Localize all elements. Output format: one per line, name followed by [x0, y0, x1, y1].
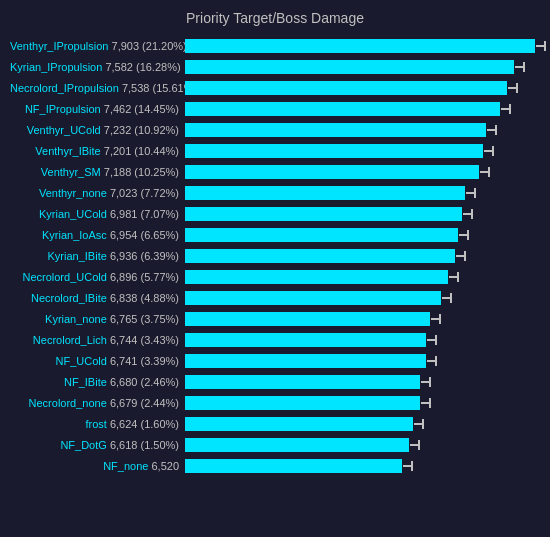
- bar-row: Venthyr_SM 7,188 (10.25%): [10, 162, 540, 181]
- row-label: Kyrian_IoAsc 6,954 (6.65%): [10, 229, 185, 241]
- error-tick: [464, 251, 466, 261]
- error-line: [508, 87, 516, 89]
- row-label: Venthyr_none 7,023 (7.72%): [10, 187, 185, 199]
- row-name: Kyrian_IoAsc: [42, 229, 110, 241]
- row-value: 6,624 (1.60%): [110, 418, 179, 430]
- bar-row: NF_IBite 6,680 (2.46%): [10, 372, 540, 391]
- row-name: Kyrian_UCold: [39, 208, 110, 220]
- bar-row: NF_none 6,520: [10, 456, 540, 475]
- bar-error: [456, 251, 466, 261]
- bar-section: [185, 206, 540, 222]
- row-name: Kyrian_IPropulsion: [10, 61, 105, 73]
- error-tick: [439, 314, 441, 324]
- bars-container: Venthyr_IPropulsion 7,903 (21.20%)Kyrian…: [10, 36, 540, 475]
- bar-row: frost 6,624 (1.60%): [10, 414, 540, 433]
- row-label: NF_UCold 6,741 (3.39%): [10, 355, 185, 367]
- error-tick: [544, 41, 546, 51]
- row-name: NF_none: [103, 460, 151, 472]
- chart-title: Priority Target/Boss Damage: [10, 10, 540, 26]
- bar-row: Kyrian_none 6,765 (3.75%): [10, 309, 540, 328]
- bar-row: Kyrian_IoAsc 6,954 (6.65%): [10, 225, 540, 244]
- bar-row: Kyrian_IBite 6,936 (6.39%): [10, 246, 540, 265]
- error-tick: [429, 398, 431, 408]
- error-line: [480, 171, 488, 173]
- row-label: NF_none 6,520: [10, 460, 185, 472]
- bar-row: Necrolord_IPropulsion 7,538 (15.61%): [10, 78, 540, 97]
- error-line: [463, 213, 471, 215]
- bar-error: [515, 62, 525, 72]
- bar-section: [185, 59, 540, 75]
- bar-error: [459, 230, 469, 240]
- bar-section: [185, 311, 540, 327]
- row-name: Necrolord_UCold: [22, 271, 109, 283]
- bar-fill: [185, 102, 500, 116]
- error-line: [484, 150, 492, 152]
- row-name: Necrolord_none: [29, 397, 110, 409]
- row-label: Venthyr_IPropulsion 7,903 (21.20%): [10, 40, 185, 52]
- bar-fill: [185, 396, 420, 410]
- bar-fill: [185, 312, 430, 326]
- bar-section: [185, 101, 540, 117]
- bar-section: [185, 227, 540, 243]
- bar-section: [185, 458, 540, 474]
- row-label: NF_IBite 6,680 (2.46%): [10, 376, 185, 388]
- error-line: [459, 234, 467, 236]
- error-tick: [422, 419, 424, 429]
- bar-fill: [185, 333, 426, 347]
- row-name: Venthyr_SM: [41, 166, 104, 178]
- row-name: Necrolord_Lich: [33, 334, 110, 346]
- bar-row: Necrolord_UCold 6,896 (5.77%): [10, 267, 540, 286]
- error-line: [427, 360, 435, 362]
- bar-fill: [185, 39, 535, 53]
- error-tick: [435, 335, 437, 345]
- row-label: NF_DotG 6,618 (1.50%): [10, 439, 185, 451]
- bar-section: [185, 248, 540, 264]
- bar-error: [421, 377, 431, 387]
- bar-row: Venthyr_IBite 7,201 (10.44%): [10, 141, 540, 160]
- bar-section: [185, 80, 540, 96]
- row-value: 7,462 (14.45%): [104, 103, 179, 115]
- row-value: 6,679 (2.44%): [110, 397, 179, 409]
- row-name: Venthyr_IPropulsion: [10, 40, 112, 52]
- row-name: Venthyr_UCold: [27, 124, 104, 136]
- bar-error: [442, 293, 452, 303]
- bar-fill: [185, 186, 465, 200]
- row-label: Kyrian_IBite 6,936 (6.39%): [10, 250, 185, 262]
- row-label: Kyrian_UCold 6,981 (7.07%): [10, 208, 185, 220]
- row-name: Necrolord_IBite: [31, 292, 110, 304]
- error-tick: [418, 440, 420, 450]
- row-label: Necrolord_IBite 6,838 (4.88%): [10, 292, 185, 304]
- bar-section: [185, 269, 540, 285]
- bar-row: Necrolord_IBite 6,838 (4.88%): [10, 288, 540, 307]
- bar-error: [449, 272, 459, 282]
- bar-error: [536, 41, 546, 51]
- error-tick: [495, 125, 497, 135]
- row-label: Necrolord_UCold 6,896 (5.77%): [10, 271, 185, 283]
- row-name: NF_UCold: [55, 355, 109, 367]
- error-line: [466, 192, 474, 194]
- bar-error: [501, 104, 511, 114]
- bar-fill: [185, 438, 409, 452]
- error-tick: [457, 272, 459, 282]
- bar-error: [484, 146, 494, 156]
- bar-fill: [185, 375, 420, 389]
- row-name: Venthyr_none: [39, 187, 110, 199]
- row-value: 6,520: [151, 460, 179, 472]
- row-name: frost: [85, 418, 109, 430]
- bar-fill: [185, 354, 426, 368]
- row-name: NF_IPropulsion: [25, 103, 104, 115]
- row-name: Necrolord_IPropulsion: [10, 82, 122, 94]
- bar-section: [185, 332, 540, 348]
- row-value: 7,232 (10.92%): [104, 124, 179, 136]
- row-label: Necrolord_none 6,679 (2.44%): [10, 397, 185, 409]
- error-line: [501, 108, 509, 110]
- bar-section: [185, 185, 540, 201]
- row-label: Kyrian_IPropulsion 7,582 (16.28%): [10, 61, 185, 73]
- bar-error: [410, 440, 420, 450]
- bar-section: [185, 353, 540, 369]
- error-line: [421, 381, 429, 383]
- bar-fill: [185, 249, 455, 263]
- error-line: [403, 465, 411, 467]
- error-tick: [523, 62, 525, 72]
- bar-section: [185, 290, 540, 306]
